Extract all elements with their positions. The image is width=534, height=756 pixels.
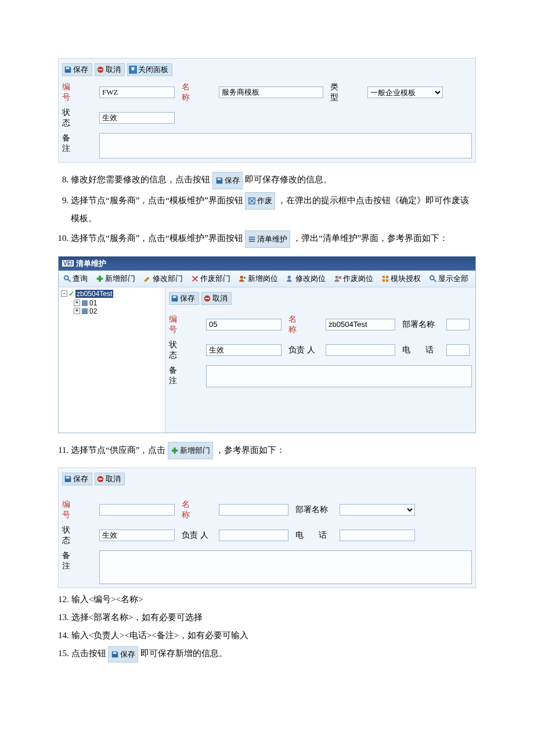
tb-voiddept[interactable]: 作废部门 bbox=[189, 273, 233, 285]
node-icon bbox=[81, 308, 88, 315]
p3-input-id[interactable] bbox=[99, 504, 175, 516]
step-10: 选择节点“服务商”，点击“模板维护”界面按钮 清单维护 ，弹出“清单维护”界面，… bbox=[71, 229, 476, 248]
input-state[interactable] bbox=[99, 112, 175, 124]
list-icon bbox=[248, 235, 256, 243]
check-icon: ✓ bbox=[68, 290, 74, 298]
textarea-remark[interactable] bbox=[99, 133, 472, 159]
tb-addpost[interactable]: 新增岗位 bbox=[236, 273, 280, 285]
tb-modpost[interactable]: 修改岗位 bbox=[284, 273, 328, 285]
d-input-id[interactable] bbox=[206, 319, 282, 330]
d-input-name[interactable] bbox=[326, 319, 395, 330]
svg-rect-21 bbox=[82, 308, 88, 314]
tree-expand-icon[interactable]: + bbox=[74, 308, 80, 314]
svg-rect-20 bbox=[82, 300, 88, 306]
p3-save-button[interactable]: 保存 bbox=[62, 473, 92, 485]
void-icon bbox=[248, 197, 256, 205]
svg-rect-14 bbox=[383, 275, 385, 278]
d-input-owner[interactable] bbox=[326, 344, 395, 356]
input-id[interactable] bbox=[99, 87, 175, 98]
tree-pane: - ✓ zb0504Test + 01 + 02 bbox=[59, 287, 165, 433]
svg-point-11 bbox=[240, 275, 243, 278]
detail-cancel-button[interactable]: 取消 bbox=[201, 292, 232, 305]
step-15: 15. 点击按钮 保存 即可保存新增的信息。 bbox=[58, 646, 476, 662]
d-label-state: 状 态 bbox=[169, 340, 199, 361]
tree-collapse-icon[interactable]: - bbox=[61, 290, 67, 297]
d-label-name: 名 称 bbox=[288, 314, 319, 335]
save-label: 保存 bbox=[73, 64, 88, 75]
p3-label-remark: 备 注 bbox=[62, 550, 92, 571]
instruction-list-b: 选择节点“供应商”，点击 新增部门 ，参考界面如下： bbox=[58, 441, 476, 460]
step-11: 选择节点“供应商”，点击 新增部门 ，参考界面如下： bbox=[71, 441, 476, 460]
d-input-deploy[interactable] bbox=[446, 319, 470, 330]
svg-point-7 bbox=[64, 275, 68, 279]
p3-label-state: 状 态 bbox=[62, 525, 92, 546]
tb-adddept[interactable]: 新增部门 bbox=[93, 273, 138, 285]
inline-void-button: 作废 bbox=[245, 192, 275, 210]
svg-rect-5 bbox=[249, 239, 255, 240]
svg-line-8 bbox=[68, 279, 70, 282]
cancel-icon bbox=[96, 475, 104, 483]
cancel-button[interactable]: 取消 bbox=[95, 63, 125, 76]
label-name: 名 称 bbox=[182, 82, 212, 103]
p3-label-owner: 负责 人 bbox=[182, 530, 212, 541]
tree-expand-icon[interactable]: + bbox=[74, 300, 80, 306]
p3-input-owner[interactable] bbox=[219, 530, 288, 541]
save-button[interactable]: 保存 bbox=[62, 63, 92, 76]
svg-rect-27 bbox=[99, 478, 103, 480]
inline-adddept-button: 新增部门 bbox=[168, 442, 213, 459]
cancel-icon bbox=[96, 66, 104, 74]
showall-icon bbox=[429, 275, 437, 283]
label-type: 类 型 bbox=[330, 82, 360, 103]
instruction-list-a: 修改好您需要修改的信息，点击按钮 保存 即可保存修改的信息。 选择节点“服务商”… bbox=[58, 171, 476, 248]
p3-label-name: 名 称 bbox=[182, 499, 212, 520]
tb-query[interactable]: 查询 bbox=[61, 273, 90, 285]
detail-save-button[interactable]: 保存 bbox=[169, 292, 199, 305]
tb-moddept[interactable]: 修改部门 bbox=[141, 273, 185, 285]
input-name[interactable] bbox=[219, 87, 323, 98]
p3-input-name[interactable] bbox=[219, 504, 288, 516]
p3-label-id: 编 号 bbox=[62, 499, 92, 520]
d-input-state[interactable] bbox=[206, 344, 282, 356]
close-panel-button[interactable]: 关闭面板 bbox=[127, 63, 172, 76]
step-12: 12. 输入<编号><名称> bbox=[58, 592, 476, 607]
instruction-list-c: 12. 输入<编号><名称> 13. 选择<部署名称>，如有必要可选择 14. … bbox=[58, 592, 476, 662]
tb-voidpost[interactable]: 作废岗位 bbox=[331, 273, 376, 285]
tree-root-label: zb0504Test bbox=[75, 290, 113, 298]
p3-input-phone[interactable] bbox=[340, 530, 415, 541]
d-label-remark: 备 注 bbox=[169, 365, 199, 386]
p3-input-state[interactable] bbox=[99, 530, 175, 541]
tree-root[interactable]: - ✓ zb0504Test bbox=[61, 290, 163, 298]
step-14: 14. 输入<负责人><电话><备注>，如有必要可输入 bbox=[58, 628, 476, 643]
void-user-icon bbox=[334, 275, 342, 283]
add-dept-panel: 保存 取消 编 号 名 称 部署名称 状 态 负责 人 电 话 备 注 bbox=[58, 467, 476, 588]
svg-rect-15 bbox=[386, 275, 388, 278]
add-icon bbox=[171, 447, 179, 455]
svg-point-12 bbox=[288, 275, 291, 278]
p3-label-phone: 电 话 bbox=[295, 530, 333, 541]
d-textarea-remark[interactable] bbox=[206, 365, 472, 387]
p3-textarea-remark[interactable] bbox=[99, 550, 472, 584]
svg-rect-4 bbox=[249, 236, 255, 237]
inline-save-button-2: 保存 bbox=[108, 646, 138, 662]
list-maintain-window: VEI 清单维护 查询 新增部门 修改部门 作废部门 新增岗位 修改岗位 作废岗… bbox=[58, 256, 476, 433]
tb-moduleauth[interactable]: 模块授权 bbox=[379, 273, 423, 285]
app-logo: VEI bbox=[62, 260, 74, 267]
tb-showall[interactable]: 显示全部 bbox=[427, 273, 471, 285]
save-icon bbox=[111, 650, 119, 658]
tree-node-01[interactable]: + 01 bbox=[74, 299, 163, 307]
label-state: 状 态 bbox=[62, 107, 92, 128]
close-label: 关闭面板 bbox=[138, 64, 168, 75]
tree-node-02[interactable]: + 02 bbox=[74, 307, 163, 315]
save-icon bbox=[171, 294, 179, 303]
svg-rect-10 bbox=[97, 278, 103, 280]
svg-rect-17 bbox=[386, 279, 388, 282]
void-icon bbox=[191, 275, 199, 283]
edit-icon bbox=[143, 275, 151, 283]
p3-select-deploy[interactable] bbox=[340, 504, 415, 516]
d-label-deploy: 部署名称 bbox=[402, 319, 439, 330]
d-input-phone[interactable] bbox=[446, 344, 470, 356]
svg-line-19 bbox=[434, 279, 436, 282]
select-type[interactable]: 一般企业模板 bbox=[367, 87, 443, 98]
module-icon bbox=[381, 275, 389, 283]
p3-cancel-button[interactable]: 取消 bbox=[95, 473, 125, 485]
